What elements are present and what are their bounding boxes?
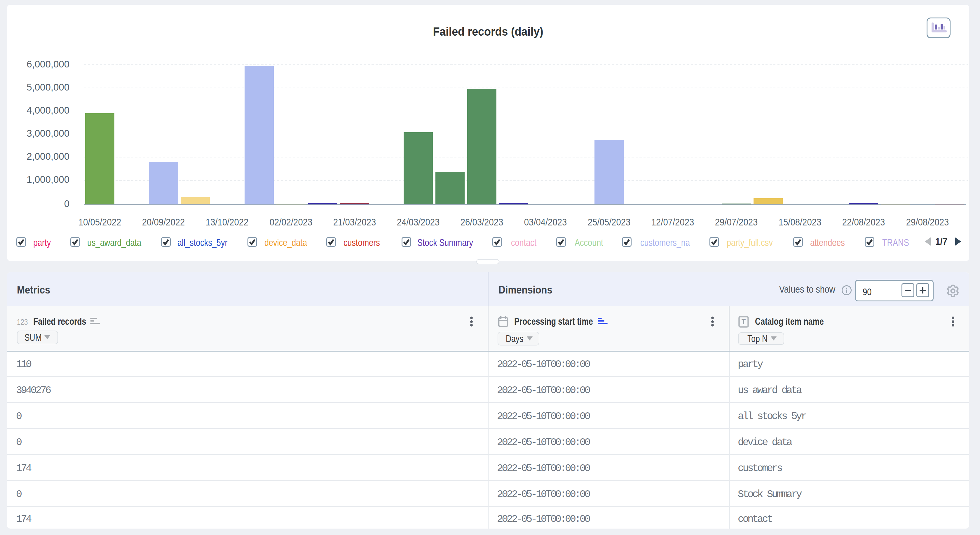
svg-text:T: T [741, 318, 746, 326]
